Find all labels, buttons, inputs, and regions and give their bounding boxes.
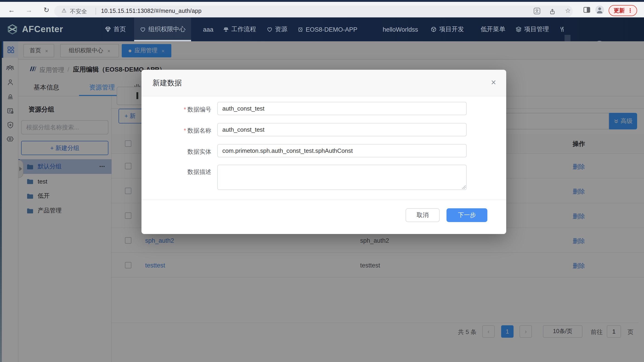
more-menu-icon[interactable]: ⋮	[628, 7, 633, 14]
compass-icon	[430, 26, 437, 32]
field-label-entity: 数据实体	[156, 148, 211, 156]
nav-item-project-mgmt[interactable]: 项目管理	[513, 17, 552, 41]
browser-toolbar: ← → ↻ ⚠ 不安全 10.15.15.151:13082/#/menu_au…	[0, 2, 644, 17]
new-data-dialog: 新建数据 × *数据编号 *数据名称 数据实体 数据描述 取消 下一步	[142, 70, 506, 234]
nav-item-resource[interactable]: 资源	[264, 17, 290, 41]
nav-menu: 首页 组织权限中心 aaa 工作流程 资源 EOS8-DEMO-APP	[102, 17, 564, 41]
tools-icon	[559, 26, 564, 32]
heart-icon	[140, 26, 146, 32]
refresh-icon[interactable]: ↻	[41, 6, 52, 14]
update-button[interactable]: 更新 ⋮	[609, 5, 637, 16]
field-label-code: *数据编号	[156, 106, 211, 114]
field-label-description: 数据描述	[156, 168, 211, 176]
heart-icon	[266, 26, 272, 32]
profile-avatar[interactable]	[595, 5, 604, 14]
forward-arrow-icon[interactable]: →	[24, 6, 34, 14]
layers-icon	[516, 26, 522, 32]
close-icon[interactable]: ×	[491, 78, 496, 87]
share-icon[interactable]	[550, 8, 555, 16]
required-mark: *	[184, 127, 186, 134]
screen: ← → ↻ ⚠ 不安全 10.15.15.151:13082/#/menu_au…	[0, 0, 644, 362]
dialog-footer-divider	[142, 199, 506, 200]
scale-icon	[222, 26, 229, 32]
divider	[96, 8, 96, 15]
field-label-name: *数据名称	[156, 127, 211, 135]
data-entity-input[interactable]	[217, 144, 467, 157]
nav-item-org-auth-center[interactable]: 组织权限中心	[134, 17, 191, 41]
app-logo: AFCenter	[6, 23, 63, 35]
data-code-input[interactable]	[217, 102, 467, 115]
dialog-title: 新建数据	[152, 78, 182, 88]
data-description-textarea[interactable]	[217, 165, 467, 190]
update-label: 更新	[614, 7, 625, 14]
star-bookmark-icon[interactable]: ☆	[565, 7, 571, 14]
nav-item-aaa[interactable]: aaa	[200, 17, 216, 41]
url-text: 10.15.15.151:13082/#/menu_auth/app	[101, 8, 202, 14]
next-step-button[interactable]: 下一步	[446, 208, 487, 222]
alarm-icon	[297, 26, 304, 32]
warning-icon: ⚠	[62, 7, 66, 14]
data-name-input[interactable]	[217, 123, 467, 136]
nav-item-project-dev[interactable]: 项目开发	[428, 17, 467, 41]
resize-handle-icon[interactable]	[462, 185, 466, 189]
dialog-header: 新建数据 ×	[142, 70, 506, 96]
nav-item-helloworldss[interactable]: helloWorldss	[380, 17, 421, 41]
address-bar[interactable]: ⚠ 不安全 10.15.15.151:13082/#/menu_auth/app…	[54, 5, 573, 17]
nav-item-master-data[interactable]: 主数据管理	[556, 17, 564, 41]
nav-item-lowcode-menu[interactable]: 低开菜单	[478, 17, 508, 41]
nav-item-eos8-demo-app[interactable]: EOS8-DEMO-APP	[294, 17, 360, 41]
app-logo-text: AFCenter	[22, 24, 63, 34]
window-top-edge	[0, 0, 644, 2]
security-label: 不安全	[70, 8, 87, 15]
translate-icon[interactable]: 文	[534, 8, 540, 14]
cancel-button[interactable]: 取消	[406, 208, 440, 222]
side-panel-icon[interactable]	[583, 6, 590, 15]
nav-item-workflow[interactable]: 工作流程	[220, 17, 259, 41]
gem-icon	[105, 26, 111, 32]
afcenter-logo-icon	[6, 23, 18, 35]
back-arrow-icon[interactable]: ←	[6, 6, 16, 14]
required-mark: *	[184, 106, 186, 113]
app-navbar: AFCenter 首页 组织权限中心 aaa 工作流程 资源	[0, 17, 644, 41]
nav-item-home[interactable]: 首页	[102, 17, 128, 41]
